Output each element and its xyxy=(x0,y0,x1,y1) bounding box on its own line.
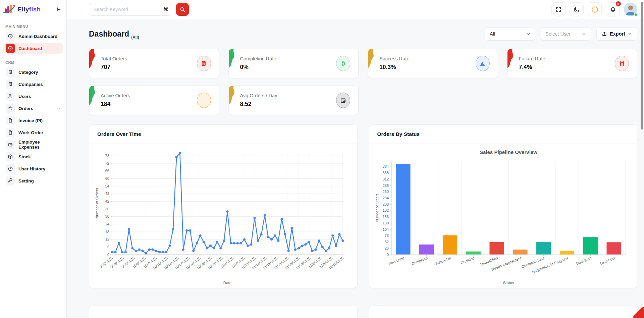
svg-text:78: 78 xyxy=(105,154,109,158)
sidebar-item-orders[interactable]: Orders xyxy=(3,103,63,114)
corner-ribbon xyxy=(89,49,97,68)
stat-label: Active Orders xyxy=(101,93,130,98)
fullscreen-icon xyxy=(555,6,561,12)
svg-text:48: 48 xyxy=(105,192,109,196)
stat-icon-circle xyxy=(197,93,211,108)
svg-text:42: 42 xyxy=(105,199,109,203)
sidebar-item-admin-dashboard[interactable]: Admin Dashboard xyxy=(3,31,63,42)
search-button[interactable] xyxy=(176,3,189,16)
svg-text:72: 72 xyxy=(105,161,109,165)
svg-text:104: 104 xyxy=(382,227,388,231)
stat-value: 10.3% xyxy=(379,64,409,71)
stat-icon-circle xyxy=(476,56,490,71)
package-icon xyxy=(6,152,15,161)
corner-ribbon xyxy=(368,49,375,68)
svg-text:0: 0 xyxy=(386,253,388,257)
svg-text:Unqualified: Unqualified xyxy=(480,256,498,267)
svg-text:130: 130 xyxy=(382,221,388,225)
sidebar-item-employee-expenses[interactable]: Employee Expenses xyxy=(3,139,63,150)
svg-text:New Lead: New Lead xyxy=(388,256,405,266)
user-filter-select[interactable]: Select User xyxy=(541,27,591,41)
sidebar-item-label: Setting xyxy=(18,178,34,183)
page-title: Dashboard xyxy=(89,30,129,39)
stat-value: 184 xyxy=(101,101,130,108)
scope-filter-select[interactable]: All xyxy=(485,27,535,41)
moon-icon xyxy=(574,6,580,13)
success-rate-card: Success Rate10.3% xyxy=(368,49,498,78)
building-icon xyxy=(6,67,15,77)
corner-ribbon xyxy=(89,86,97,105)
search-input[interactable] xyxy=(89,3,172,16)
partial-card-left xyxy=(89,306,358,318)
sidebar-nav: MAIN MENUAdmin DashboardDashboardCRMCate… xyxy=(0,19,66,186)
topbar-actions: 0 xyxy=(551,2,637,16)
stat-value: 7.4% xyxy=(519,64,545,71)
svg-text:60: 60 xyxy=(105,176,109,180)
svg-text:66: 66 xyxy=(105,169,109,173)
stat-value: 8.52 xyxy=(240,101,277,108)
sidebar-item-setting[interactable]: Setting xyxy=(3,175,63,186)
sidebar-item-category[interactable]: Category xyxy=(3,67,63,77)
orders-by-status-chart: Sales Pipeline Overview02652781041301561… xyxy=(369,144,637,286)
stat-value: 707 xyxy=(101,64,127,71)
stat-text: Failure Rate7.4% xyxy=(519,56,545,71)
sidebar-item-label: Category xyxy=(18,70,38,75)
active-orders-card: Active Orders184 xyxy=(89,86,219,115)
fullscreen-button[interactable] xyxy=(551,2,566,16)
orders-over-time-title: Orders Over Time xyxy=(89,125,357,144)
brand-name: Ellyfish xyxy=(17,6,41,13)
svg-text:182: 182 xyxy=(382,208,388,212)
header-controls: All Select User xyxy=(485,27,637,41)
svg-text:208: 208 xyxy=(382,202,388,206)
sidebar-item-user-history[interactable]: User History xyxy=(3,163,63,174)
watch-icon xyxy=(340,60,346,67)
bar-chart-svg: Sales Pipeline Overview02652781041301561… xyxy=(374,147,632,286)
stat-text: Active Orders184 xyxy=(101,93,130,108)
sidebar-item-label: Employee Expenses xyxy=(18,140,61,150)
page-content: Dashboard (All) All Select User xyxy=(67,19,644,318)
user-avatar[interactable] xyxy=(624,3,637,16)
svg-text:Deal Won: Deal Won xyxy=(575,256,592,266)
brand-logo-icon xyxy=(3,4,16,15)
sidebar-section-label: CRM xyxy=(0,55,66,67)
sidebar-item-companies[interactable]: Companies xyxy=(3,79,63,90)
svg-text:Status: Status xyxy=(503,281,514,285)
svg-text:Number of Orders: Number of Orders xyxy=(375,194,379,222)
stat-label: Avg Orders / Day xyxy=(240,93,277,98)
svg-text:6: 6 xyxy=(107,245,109,249)
stat-icon-circle xyxy=(197,56,211,71)
stat-label: Failure Rate xyxy=(519,56,545,61)
page-scope-label: (All) xyxy=(131,35,139,41)
stat-icon-circle xyxy=(336,93,350,108)
svg-text:338: 338 xyxy=(382,171,388,175)
sidebar-item-invoice-pi[interactable]: Invoice (PI) xyxy=(3,115,63,126)
file-icon xyxy=(6,128,15,137)
stat-icon-circle xyxy=(615,56,629,71)
completion-rate-card: Completion Rate0% xyxy=(228,49,359,78)
failure-rate-card: Failure Rate7.4% xyxy=(507,49,638,78)
brand-logo[interactable]: Ellyfish xyxy=(3,4,41,15)
sidebar-item-label: Work Order xyxy=(18,130,43,135)
sidebar: Ellyfish MAIN MENUAdmin DashboardDashboa… xyxy=(0,0,67,318)
svg-text:Deal Lost: Deal Lost xyxy=(599,256,615,266)
stat-label: Completion Rate xyxy=(240,56,276,61)
sidebar-item-dashboard[interactable]: Dashboard xyxy=(3,43,63,54)
total-orders-card: Total Orders707 xyxy=(89,49,219,78)
svg-text:36: 36 xyxy=(105,207,109,211)
orders-by-status-title: Orders By Status xyxy=(369,125,637,144)
notifications-button[interactable]: 0 xyxy=(606,2,620,16)
export-button[interactable]: Export xyxy=(596,27,637,41)
calendar-icon xyxy=(340,97,346,104)
sidebar-item-users[interactable]: Users xyxy=(3,91,63,102)
sidebar-collapse-icon[interactable] xyxy=(55,6,62,13)
scrollbar-thumb[interactable] xyxy=(641,2,643,129)
sidebar-item-stock[interactable]: Stock xyxy=(3,151,63,162)
dark-mode-button[interactable] xyxy=(570,2,584,16)
gauge-icon xyxy=(6,44,15,53)
page-header: Dashboard (All) All Select User xyxy=(89,27,637,41)
sidebar-item-label: Companies xyxy=(18,82,43,87)
sidebar-item-work-order[interactable]: Work Order xyxy=(3,127,63,138)
status-ring-button[interactable] xyxy=(588,2,602,16)
stat-text: Avg Orders / Day8.52 xyxy=(240,93,277,108)
svg-text:156: 156 xyxy=(382,215,388,219)
